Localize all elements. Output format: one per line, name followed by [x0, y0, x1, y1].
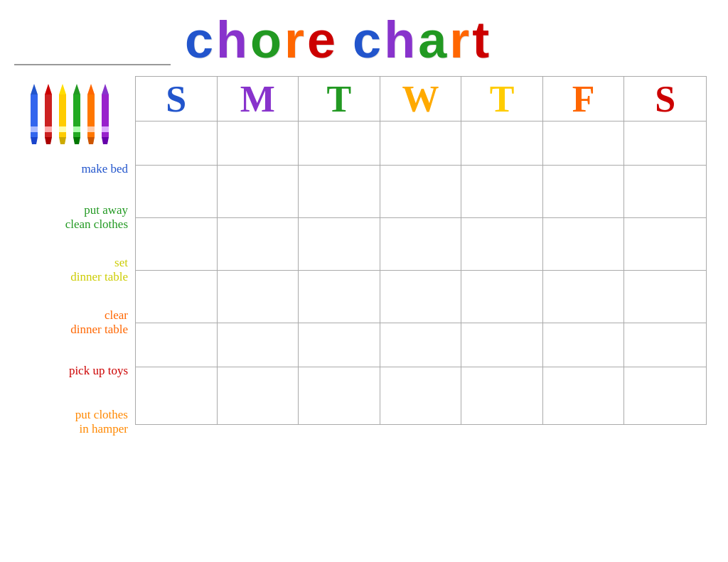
- chore-cell[interactable]: [461, 166, 543, 217]
- svg-marker-8: [59, 137, 66, 144]
- chore-cell[interactable]: [624, 271, 706, 323]
- day-header: T: [299, 77, 380, 121]
- svg-marker-6: [45, 84, 52, 94]
- chore-cell[interactable]: [136, 121, 218, 165]
- svg-marker-16: [87, 137, 95, 144]
- chore-cell[interactable]: [136, 218, 218, 270]
- svg-marker-0: [31, 137, 38, 144]
- chore-labels: make bedput awayclean clothessetdinner t…: [14, 147, 135, 451]
- chore-label: make bed: [14, 147, 135, 191]
- chart-area: make bedput awayclean clothessetdinner t…: [14, 76, 707, 451]
- svg-marker-10: [59, 84, 66, 94]
- chore-cell[interactable]: [543, 271, 625, 323]
- chore-row: [135, 121, 707, 165]
- svg-marker-14: [73, 84, 80, 94]
- chore-row: [135, 323, 707, 367]
- svg-rect-3: [31, 126, 38, 132]
- chore-label: put clothesin hamper: [14, 393, 135, 451]
- svg-rect-15: [73, 126, 80, 132]
- svg-marker-22: [102, 84, 109, 94]
- chore-cell[interactable]: [624, 323, 706, 367]
- name-line[interactable]: [14, 40, 171, 65]
- chore-cell[interactable]: [380, 218, 462, 270]
- chore-cell[interactable]: [624, 367, 706, 424]
- chore-cell[interactable]: [218, 271, 299, 323]
- svg-rect-7: [45, 126, 52, 132]
- chore-cell[interactable]: [461, 121, 543, 165]
- chore-cell[interactable]: [461, 218, 543, 270]
- chore-cell[interactable]: [299, 218, 380, 270]
- chore-row: [135, 165, 707, 217]
- chore-cell[interactable]: [299, 323, 380, 367]
- day-header: M: [218, 77, 299, 121]
- svg-marker-18: [87, 84, 95, 94]
- chore-cell[interactable]: [218, 218, 299, 270]
- day-header: T: [461, 77, 543, 121]
- crayons-column: make bedput awayclean clothessetdinner t…: [14, 76, 135, 451]
- chore-cell[interactable]: [299, 367, 380, 424]
- chore-rows: [135, 121, 707, 451]
- chore-cell[interactable]: [136, 166, 218, 217]
- chore-cell[interactable]: [299, 271, 380, 323]
- svg-rect-23: [102, 126, 109, 132]
- chore-label: setdinner table: [14, 244, 135, 296]
- day-header: F: [543, 77, 625, 121]
- crayons-image: [14, 76, 135, 147]
- chore-row: [135, 217, 707, 270]
- chore-cell[interactable]: [543, 367, 625, 424]
- chore-label: put awayclean clothes: [14, 191, 135, 244]
- page: chorechart: [0, 0, 728, 562]
- svg-marker-12: [73, 137, 80, 144]
- chore-cell[interactable]: [461, 367, 543, 424]
- chore-cell[interactable]: [380, 271, 462, 323]
- chore-cell[interactable]: [380, 121, 462, 165]
- chore-label: cleardinner table: [14, 296, 135, 349]
- chore-cell[interactable]: [461, 323, 543, 367]
- page-title: chorechart: [185, 14, 492, 65]
- chore-cell[interactable]: [624, 121, 706, 165]
- chore-row: [135, 367, 707, 425]
- chore-cell[interactable]: [543, 121, 625, 165]
- header: chorechart: [14, 14, 707, 69]
- day-header: S: [624, 77, 706, 121]
- chore-cell[interactable]: [543, 218, 625, 270]
- chore-cell[interactable]: [136, 271, 218, 323]
- chore-cell[interactable]: [624, 218, 706, 270]
- chore-cell[interactable]: [380, 367, 462, 424]
- day-header: W: [380, 77, 462, 121]
- chore-cell[interactable]: [218, 121, 299, 165]
- svg-rect-11: [59, 126, 66, 132]
- chore-cell[interactable]: [543, 166, 625, 217]
- chore-cell[interactable]: [136, 323, 218, 367]
- chore-cell[interactable]: [136, 367, 218, 424]
- crayons-icon: [20, 80, 119, 144]
- chore-cell[interactable]: [380, 166, 462, 217]
- day-headers: SMTWTFS: [135, 76, 707, 121]
- chore-cell[interactable]: [380, 323, 462, 367]
- svg-marker-2: [31, 84, 38, 94]
- chore-label: pick up toys: [14, 349, 135, 393]
- chore-cell[interactable]: [461, 271, 543, 323]
- chore-cell[interactable]: [218, 367, 299, 424]
- chore-cell[interactable]: [299, 121, 380, 165]
- chore-cell[interactable]: [218, 323, 299, 367]
- chore-cell[interactable]: [543, 323, 625, 367]
- chore-cell[interactable]: [624, 166, 706, 217]
- chore-cell[interactable]: [299, 166, 380, 217]
- svg-marker-4: [45, 137, 52, 144]
- grid-container: SMTWTFS: [135, 76, 707, 451]
- chore-cell[interactable]: [218, 166, 299, 217]
- svg-marker-20: [102, 137, 109, 144]
- svg-rect-19: [87, 126, 95, 132]
- day-header: S: [136, 77, 218, 121]
- chore-row: [135, 270, 707, 323]
